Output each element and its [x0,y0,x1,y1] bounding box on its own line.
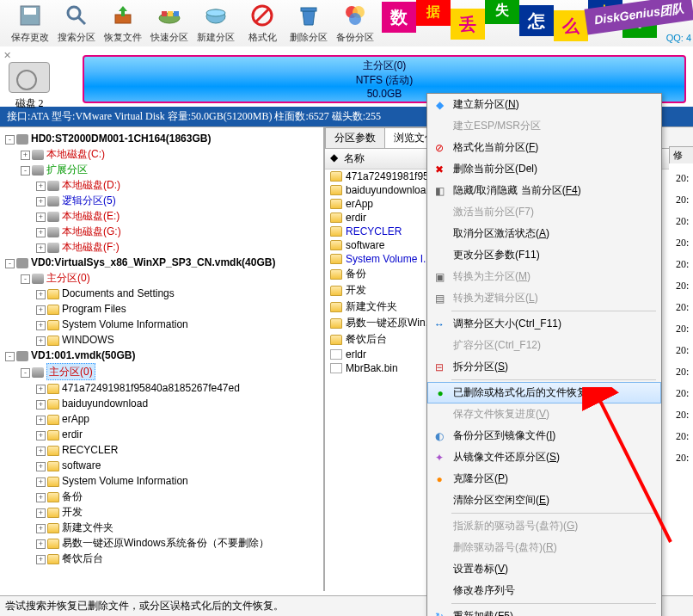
promo-block: 据 [416,0,451,26]
disk-tree[interactable]: -HD0:ST2000DM001-1CH164(1863GB) +本地磁盘(C:… [0,127,325,591]
menu-item[interactable]: ⊘格式化当前分区(F) [427,137,661,158]
menu-label: 重新加载(F5) [453,609,513,616]
tree-folder[interactable]: 易数一键还原Windows系统备份（不要删除） [62,537,269,549]
menu-item: 扩容分区(Ctrl_F12) [427,335,661,356]
tree-main0[interactable]: 主分区(0) [46,272,90,284]
menu-item[interactable]: ⊟拆分分区(S) [427,356,661,378]
tree-folder[interactable]: 新建文件夹 [62,521,113,533]
tree-local-e[interactable]: 本地磁盘(E:) [62,210,120,222]
tree-local-f[interactable]: 本地磁盘(F:) [62,241,120,253]
tree-main0-selected[interactable]: 主分区(0) [46,363,95,380]
tree-folder[interactable]: baiduyundownload [62,397,148,410]
menu-label: 删除当前分区(Del) [453,162,537,176]
menu-item[interactable]: ●已删除或格式化后的文件恢复(U) [427,382,661,403]
menu-item[interactable]: 取消分区激活状态(A) [427,223,661,244]
folder-icon [330,185,342,195]
menu-label: 建立新分区(N) [453,97,519,112]
menu-icon: ◐ [432,429,446,443]
menu-item[interactable]: ◧隐藏/取消隐藏 当前分区(F4) [427,180,661,201]
file-name: 备份 [346,267,366,281]
tree-logical[interactable]: 逻辑分区(5) [62,194,116,206]
folder-icon [330,213,342,223]
menu-item[interactable]: ↔调整分区大小(Ctrl_F11) [427,313,661,335]
menu-label: 指派新的驱动器号(盘符)(G) [453,519,578,533]
tool-backup-partition[interactable]: 备份分区 [332,2,378,44]
tree-folder[interactable]: erApp [62,413,89,425]
tree-local-d[interactable]: 本地磁盘(D:) [62,179,120,191]
tree-folder[interactable]: 471a72491981f95840a8185267fe47ed [62,382,240,394]
disk-thumbnail[interactable]: 磁盘 2 [9,62,50,111]
file-name: 餐饮后台 [346,332,387,347]
menu-label: 删除驱动器号(盘符)(R) [453,540,557,555]
menu-item[interactable]: 清除分区空闲空间(E) [427,490,661,511]
tool-quick-partition[interactable]: 快速分区 [146,2,193,44]
folder-icon [47,446,59,456]
tool-search-partition[interactable]: 搜索分区 [53,2,100,44]
tree-docs[interactable]: Documents and Settings [62,287,175,299]
menu-icon: ⊟ [432,360,446,374]
folder-icon [330,240,342,250]
tool-new-partition[interactable]: 新建分区 [193,2,239,44]
menu-item[interactable]: ◆建立新分区(N) [427,94,661,115]
folder-icon [330,226,342,237]
tree-ext[interactable]: 扩展分区 [46,163,88,176]
tree-folder[interactable]: erdir [62,428,83,440]
tool-recover-files[interactable]: 恢复文件 [100,2,146,44]
tree-vd1[interactable]: VD1:001.vmdk(50GB) [31,349,135,361]
expand-icon[interactable]: - [5,135,15,145]
tab-partition-params[interactable]: 分区参数 [325,127,385,148]
tree-local-c[interactable]: 本地磁盘(C:) [46,148,105,160]
tool-save[interactable]: 保存更改 [7,2,53,44]
tool-delete-partition[interactable]: 删除分区 [285,2,332,44]
tool-format[interactable]: 格式化 [239,2,285,44]
tree-folder[interactable]: software [62,459,101,471]
tree-folder[interactable]: 备份 [62,490,83,502]
menu-label: 备份分区到镜像文件(I) [453,428,555,443]
folder-icon [47,461,59,471]
menu-label: 转换为逻辑分区(L) [453,291,538,305]
folder-icon [47,415,59,425]
hdd-icon [16,134,28,145]
menu-label: 扩容分区(Ctrl_F12) [453,338,541,353]
folder-icon [47,554,59,564]
menu-icon: ↻ [432,610,446,617]
file-name: 新建文件夹 [346,299,397,314]
tree-windows[interactable]: WINDOWS [62,334,114,346]
file-name: baiduyundownload [346,184,432,196]
menu-item: 指派新的驱动器号(盘符)(G) [427,515,661,537]
menu-item[interactable]: 修改卷序列号 [427,580,661,601]
menu-item[interactable]: ●克隆分区(P) [427,468,661,490]
tree-folder[interactable]: 餐饮后台 [62,552,103,564]
partition-context-menu: ◆建立新分区(N)建立ESP/MSR分区⊘格式化当前分区(F)✖删除当前分区(D… [426,93,662,616]
tree-vd0[interactable]: VD0:VirtualSys_x86_WinXP_SP3_CN.vmdk(40G… [31,256,275,268]
file-name: 开发 [346,283,366,298]
svg-rect-7 [168,11,173,16]
tree-folder[interactable]: 开发 [62,506,83,518]
tree-svi[interactable]: System Volume Information [62,318,188,330]
tree-folder[interactable]: RECYCLER [62,444,118,456]
tree-hd0[interactable]: HD0:ST2000DM001-1CH164(1863GB) [31,132,211,145]
tree-folder[interactable]: System Volume Information [62,475,188,487]
folder-icon [47,289,59,299]
menu-item[interactable]: ✖删除当前分区(Del) [427,158,661,180]
menu-label: 保存文件恢复进度(V) [453,407,549,422]
menu-item[interactable]: ✦从镜像文件还原分区(S) [427,447,661,468]
tree-prog[interactable]: Program Files [62,303,126,315]
folder-icon [330,335,342,345]
menu-item[interactable]: 更改分区参数(F11) [427,244,661,266]
close-icon[interactable]: ✕ [3,50,11,61]
menu-label: 设置卷标(V) [453,562,508,576]
file-name: RECYCLER [346,225,402,237]
file-name: System Volume I. [346,253,426,265]
tree-local-g[interactable]: 本地磁盘(G:) [62,225,121,237]
folder-icon [330,199,342,209]
menu-item[interactable]: ↻重新加载(F5) [427,606,661,616]
menu-item[interactable]: ◐备份分区到镜像文件(I) [427,425,661,447]
promo-block: 失 [485,0,519,24]
menu-label: 隐藏/取消隐藏 当前分区(F4) [453,183,581,198]
col-name[interactable]: 名称 [344,151,365,166]
menu-label: 激活当前分区(F7) [453,205,534,219]
menu-label: 调整分区大小(Ctrl_F11) [453,317,561,331]
menu-item[interactable]: 设置卷标(V) [427,558,661,580]
file-icon [330,349,342,360]
